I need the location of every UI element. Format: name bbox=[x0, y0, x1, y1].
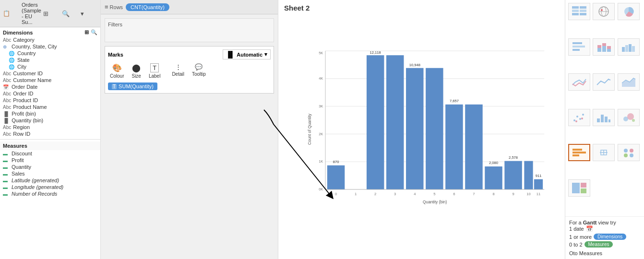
measure-quantity[interactable]: ▬ Quantity bbox=[0, 164, 100, 170]
dimensions-search-icon[interactable]: 🔍 bbox=[91, 29, 97, 35]
marks-size-btn[interactable]: ⬤ Size bbox=[130, 62, 143, 80]
marks-type-dropdown[interactable]: ▐▌ Automatic ▾ bbox=[223, 49, 271, 59]
svg-rect-52 bbox=[607, 49, 611, 52]
measure-sales[interactable]: ▬ Sales bbox=[0, 170, 100, 177]
chart-type-histogram[interactable] bbox=[593, 109, 615, 126]
middle-panel: ≡ Rows CNT(Quantity) Filters Marks ▐▌ Au… bbox=[101, 0, 278, 259]
filters-area: Filters bbox=[105, 18, 274, 42]
dim-country-state-city[interactable]: ⊕ Country, State, City bbox=[0, 43, 100, 50]
measure-number-of-records[interactable]: ▬ Number of Records bbox=[0, 190, 100, 197]
marks-label-btn[interactable]: T Label bbox=[147, 62, 162, 80]
dim-customer-name[interactable]: Abc Customer Name bbox=[0, 77, 100, 83]
sidebar-title: Orders (Sample - EU Su... bbox=[22, 2, 41, 25]
svg-rect-55 bbox=[625, 45, 628, 52]
marks-panel: Marks ▐▌ Automatic ▾ 🎨 Colour ⬤ Size T L… bbox=[105, 46, 274, 94]
svg-point-81 bbox=[630, 153, 633, 157]
marks-detail-btn[interactable]: ⋮ Detail bbox=[170, 62, 186, 80]
gantt-for-text: For a bbox=[569, 220, 583, 225]
dim-label: Order Date bbox=[12, 84, 37, 90]
dim-category[interactable]: Abc Category bbox=[0, 36, 100, 43]
sidebar-menu-icon[interactable]: ▾ bbox=[81, 10, 97, 17]
measure-longitude[interactable]: ▬ Longitude (generated) bbox=[0, 184, 100, 190]
svg-text:8: 8 bbox=[492, 192, 494, 196]
geo-group-icon: ⊕ bbox=[3, 44, 10, 49]
sidebar-search-icon[interactable]: 🔍 bbox=[62, 10, 79, 17]
bar-9[interactable] bbox=[504, 161, 522, 189]
dim-country[interactable]: 🌐 Country bbox=[0, 50, 100, 57]
dim-order-id[interactable]: Abc Order ID bbox=[0, 90, 100, 97]
dim-customer-id[interactable]: Abc Customer ID bbox=[0, 70, 100, 77]
chart-type-scatter[interactable] bbox=[568, 109, 590, 126]
chart-type-text-table[interactable] bbox=[568, 3, 590, 20]
measures-section-header: Measures bbox=[0, 141, 100, 150]
chart-type-area[interactable] bbox=[618, 73, 640, 91]
dim-quantity-bin[interactable]: ▐▌ Quantity (bin) bbox=[0, 117, 100, 124]
chart-type-pie[interactable] bbox=[618, 3, 640, 20]
bar-8[interactable] bbox=[485, 166, 502, 189]
dim-row-id[interactable]: Abc Row ID bbox=[0, 130, 100, 137]
dim-label: Category bbox=[13, 37, 35, 43]
measure-latitude[interactable]: ▬ Latitude (generated) bbox=[0, 177, 100, 184]
measure-profit[interactable]: ▬ Profit bbox=[0, 157, 100, 164]
measure-label: Longitude (generated) bbox=[12, 184, 63, 190]
svg-rect-82 bbox=[572, 183, 580, 193]
dim-city[interactable]: 🌐 City bbox=[0, 63, 100, 70]
chart-type-horiz-bar[interactable] bbox=[568, 38, 590, 56]
bar-2[interactable] bbox=[367, 55, 384, 189]
chart-type-bubble[interactable] bbox=[618, 109, 640, 126]
marks-tooltip-btn[interactable]: 💬 Tooltip bbox=[190, 62, 208, 80]
bar-7[interactable] bbox=[465, 105, 482, 189]
svg-rect-34 bbox=[572, 6, 579, 9]
dim-product-name[interactable]: Abc Product Name bbox=[0, 104, 100, 110]
dim-order-date[interactable]: 📅 Order Date bbox=[0, 83, 100, 90]
hash-icon: ▬ bbox=[3, 171, 10, 177]
sidebar-grid-icon[interactable]: ⊞ bbox=[43, 10, 60, 17]
bar-11[interactable] bbox=[534, 179, 543, 189]
dim-state[interactable]: 🌐 State bbox=[0, 57, 100, 63]
sum-quantity-pill[interactable]: T SUM(Quantity) bbox=[108, 82, 157, 90]
bar-5[interactable] bbox=[426, 68, 443, 189]
dim-product-id[interactable]: Abc Product ID bbox=[0, 97, 100, 104]
chart-type-treemap[interactable] bbox=[568, 179, 590, 197]
dimensions-section-header: Dimensions ⊞ 🔍 bbox=[0, 27, 100, 36]
cnt-quantity-pill[interactable]: CNT(Quantity) bbox=[126, 3, 169, 11]
chart-type-side-bar[interactable] bbox=[618, 38, 640, 56]
svg-rect-38 bbox=[572, 13, 579, 15]
chart-type-line[interactable] bbox=[568, 73, 590, 91]
detail-icon: ⋮ bbox=[175, 63, 181, 71]
dim-region[interactable]: Abc Region bbox=[0, 124, 100, 130]
chart-type-stacked-bar[interactable] bbox=[593, 38, 615, 56]
dimensions-badge[interactable]: Dimensions bbox=[594, 234, 626, 240]
svg-rect-47 bbox=[572, 49, 580, 51]
date-count-text: 1 date bbox=[569, 226, 584, 232]
marks-colour-btn[interactable]: 🎨 Colour bbox=[108, 62, 126, 80]
marks-buttons: 🎨 Colour ⬤ Size T Label ⋮ Detail 💬 Toolt… bbox=[108, 62, 271, 80]
measure-label: Profit bbox=[12, 157, 24, 163]
bar-0[interactable] bbox=[327, 165, 345, 189]
bar-3[interactable] bbox=[386, 55, 404, 189]
measures-badge[interactable]: Measures bbox=[584, 241, 613, 247]
svg-point-70 bbox=[627, 113, 634, 120]
dim-label: City bbox=[17, 64, 26, 70]
hash-icon: ▬ bbox=[3, 151, 10, 156]
chart-type-gantt-selected[interactable] bbox=[568, 144, 590, 161]
bar-6[interactable] bbox=[445, 105, 463, 189]
chart-type-dual-line[interactable] bbox=[593, 73, 615, 91]
dim-label: Country, State, City bbox=[12, 44, 57, 49]
svg-point-61 bbox=[579, 118, 581, 120]
sidebar-header[interactable]: 📋 Orders (Sample - EU Su... ⊞ 🔍 ▾ bbox=[0, 0, 100, 27]
chart-type-circle-view[interactable] bbox=[618, 144, 640, 161]
svg-rect-53 bbox=[607, 46, 611, 49]
measure-discount[interactable]: ▬ Discount bbox=[0, 150, 100, 157]
svg-text:3: 3 bbox=[394, 192, 396, 196]
bar-4[interactable] bbox=[406, 68, 423, 189]
bar-10[interactable] bbox=[524, 161, 533, 189]
hash-icon: ▬ bbox=[3, 178, 10, 183]
svg-rect-35 bbox=[580, 6, 586, 9]
chart-type-box-plot[interactable] bbox=[593, 144, 615, 161]
chart-type-geo[interactable] bbox=[593, 3, 615, 20]
marks-dropdown-value: Automatic bbox=[237, 52, 262, 58]
dimensions-grid-icon[interactable]: ⊞ bbox=[84, 29, 89, 35]
dim-profit-bin[interactable]: ▐▌ Profit (bin) bbox=[0, 110, 100, 117]
svg-rect-37 bbox=[580, 10, 586, 12]
